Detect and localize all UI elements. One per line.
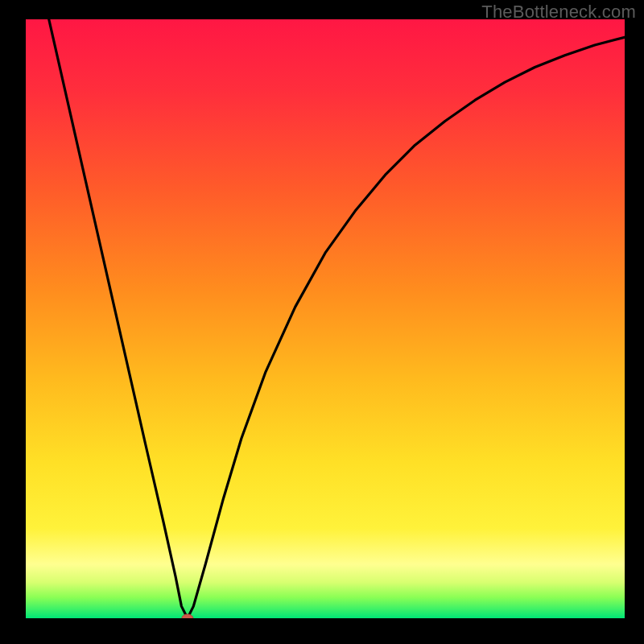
chart-gradient-bg [26, 19, 625, 618]
chart-svg [0, 0, 644, 644]
attribution-text: TheBottleneck.com [481, 2, 636, 23]
bottleneck-chart: TheBottleneck.com [0, 0, 644, 644]
